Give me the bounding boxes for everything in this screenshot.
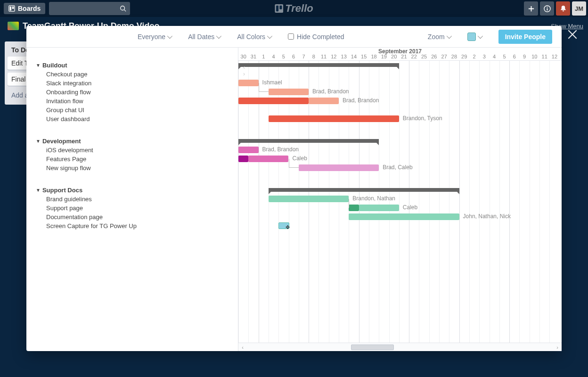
day-header: 22 [409, 54, 419, 59]
gantt-bar[interactable] [269, 115, 399, 122]
timeline-header: September 2017 3031145678111213141518192… [238, 48, 562, 61]
gantt-bar[interactable] [299, 164, 379, 171]
horizontal-scrollbar[interactable]: ‹ › [238, 343, 562, 351]
task-row[interactable]: Features Page [26, 155, 238, 164]
day-header: 4 [490, 54, 499, 59]
day-header: 3 [479, 54, 489, 59]
task-row[interactable]: Slack integration [26, 79, 238, 88]
day-header: 15 [359, 54, 369, 59]
scroll-right-arrow[interactable]: › [553, 344, 562, 350]
day-header: 21 [399, 54, 409, 59]
gantt-modal: Everyone All Dates All Colors Hide Compl… [26, 26, 562, 351]
task-row[interactable]: Onboarding flow [26, 88, 238, 97]
svg-point-3 [121, 6, 125, 10]
chevron-down-icon [267, 33, 272, 38]
day-header: 11 [318, 54, 328, 59]
search-input[interactable] [49, 2, 130, 15]
notifications-button[interactable] [556, 1, 570, 16]
gantt-bar[interactable] [349, 205, 359, 211]
assignee-label: Brad, Brandon [312, 88, 349, 95]
group-header[interactable]: ▼Buildout [26, 61, 238, 70]
assignee-label: Brad, Brandon [262, 146, 299, 153]
gantt-bar[interactable] [359, 205, 399, 211]
day-header: 2 [469, 54, 479, 59]
info-button[interactable] [540, 1, 554, 16]
summary-bar[interactable] [269, 188, 459, 192]
day-header: 12 [549, 54, 559, 59]
chevron-down-icon [216, 33, 221, 38]
nav-next-arrow[interactable]: › [243, 71, 245, 77]
gantt-bar[interactable] [269, 196, 349, 202]
day-header: 27 [439, 54, 449, 59]
gantt-bar[interactable] [269, 89, 309, 95]
day-header: 6 [289, 54, 299, 59]
dependency-connector [259, 83, 269, 92]
filter-colors[interactable]: All Colors [237, 33, 271, 41]
gantt-bar[interactable] [238, 147, 259, 153]
zoom-control[interactable]: Zoom [428, 33, 450, 41]
task-row[interactable]: New signup flow [26, 164, 238, 172]
gantt-toolbar: Everyone All Dates All Colors Hide Compl… [26, 26, 562, 48]
gantt-bar[interactable] [238, 80, 259, 86]
trello-logo[interactable]: Trello [275, 2, 313, 15]
day-header: 10 [530, 54, 539, 59]
gantt-chart[interactable]: September 2017 3031145678111213141518192… [238, 48, 562, 351]
summary-bar[interactable] [238, 139, 379, 143]
task-row[interactable]: Documentation page [26, 213, 238, 221]
boards-icon [8, 5, 15, 12]
svg-rect-5 [275, 4, 283, 13]
day-header: 5 [499, 54, 509, 59]
svg-point-9 [547, 7, 547, 8]
day-header: 1 [259, 54, 269, 59]
task-row[interactable]: User dashboard [26, 115, 238, 123]
plus-icon [528, 5, 535, 12]
zoom-color-swatch[interactable] [467, 33, 482, 41]
svg-rect-7 [279, 6, 282, 9]
task-row[interactable]: Checkout page [26, 70, 238, 79]
bell-icon [560, 5, 567, 12]
day-header: 7 [299, 54, 309, 59]
trello-logo-icon [275, 4, 283, 13]
nav-prev-arrow[interactable]: ‹ [243, 64, 245, 71]
info-icon [544, 5, 551, 12]
task-row[interactable]: Support page [26, 204, 238, 213]
chevron-down-icon [477, 33, 482, 38]
gantt-bar[interactable] [349, 213, 459, 220]
task-row[interactable]: iOS development [26, 146, 238, 155]
gantt-bar[interactable] [238, 156, 248, 162]
gantt-bar[interactable] [309, 98, 339, 104]
day-header: 5 [278, 54, 288, 59]
invite-people-button[interactable]: Invite People [498, 30, 552, 44]
group-header[interactable]: ▼Development [26, 137, 238, 146]
task-row[interactable]: Screen Capture for TG Power Up [26, 221, 238, 230]
scroll-thumb[interactable] [351, 344, 394, 350]
day-header: 31 [248, 54, 258, 59]
new-bar-drag-handle[interactable] [278, 222, 289, 229]
hide-completed-checkbox[interactable]: Hide Completed [288, 33, 344, 41]
day-header: 14 [349, 54, 359, 59]
task-row[interactable]: Invitation flow [26, 97, 238, 106]
day-header: 6 [509, 54, 519, 59]
assignee-label: Brad, Brandon [343, 97, 379, 104]
filter-everyone[interactable]: Everyone [138, 33, 171, 41]
summary-bar[interactable] [238, 63, 399, 67]
task-row[interactable]: Brand guidelines [26, 195, 238, 204]
filter-dates[interactable]: All Dates [188, 33, 220, 41]
user-avatar[interactable]: JM [572, 1, 586, 16]
group-header[interactable]: ▼Support Docs [26, 186, 238, 195]
assignee-label: Brandon, Nathan [352, 195, 395, 202]
day-header: 28 [449, 54, 459, 59]
collapse-icon: ▼ [36, 188, 41, 193]
board-color-icon [8, 22, 19, 30]
gantt-bar[interactable] [238, 98, 309, 104]
add-button[interactable] [524, 1, 538, 16]
gantt-bar[interactable] [248, 156, 288, 162]
assignee-label: Caleb [403, 204, 417, 211]
scroll-left-arrow[interactable]: ‹ [238, 344, 247, 350]
assignee-label: John, Nathan, Nick [463, 213, 511, 220]
boards-button[interactable]: Boards [4, 3, 45, 14]
day-header: 30 [238, 54, 248, 59]
task-row[interactable]: Group chat UI [26, 106, 238, 115]
search-icon [120, 5, 126, 12]
close-modal-button[interactable] [566, 28, 579, 42]
